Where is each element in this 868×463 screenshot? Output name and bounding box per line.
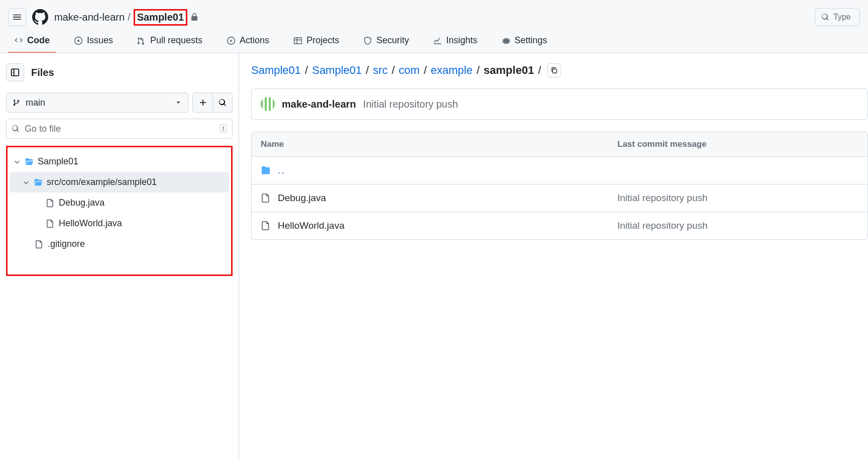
table-icon — [293, 36, 302, 45]
sidebar-title: Files — [31, 67, 54, 78]
search-files-button[interactable] — [212, 92, 233, 113]
repo-owner-link[interactable]: make-and-learn — [54, 12, 125, 23]
content: Sample01/ Sample01/ src/ com/ example/ s… — [239, 53, 868, 458]
breadcrumb-link[interactable]: src — [373, 64, 387, 77]
code-icon — [14, 36, 23, 45]
branch-icon — [13, 99, 21, 107]
global-search[interactable]: Type — [815, 8, 860, 26]
branch-name: main — [26, 98, 45, 108]
tab-security-label: Security — [376, 35, 409, 46]
file-row[interactable]: Debug.java Initial repository push — [252, 184, 867, 212]
file-filter-hotkey: t — [220, 124, 227, 133]
shield-icon — [363, 36, 372, 45]
breadcrumb-current: sample01 — [484, 64, 534, 77]
tab-projects-label: Projects — [306, 35, 339, 46]
repo-nav: Code Issues Pull requests Actions Projec… — [0, 30, 868, 53]
tab-insights-label: Insights — [446, 35, 477, 46]
folder-icon — [261, 165, 271, 175]
menu-button[interactable] — [8, 8, 26, 26]
plus-icon — [199, 99, 207, 107]
parent-dir-link[interactable]: .. — [278, 165, 285, 176]
tab-actions[interactable]: Actions — [221, 30, 275, 53]
tree-item-label: HelloWorld.java — [59, 218, 122, 229]
tab-settings-label: Settings — [514, 35, 547, 46]
column-name: Name — [261, 139, 617, 149]
commit-message[interactable]: Initial repository push — [363, 99, 458, 110]
breadcrumb-link[interactable]: com — [399, 64, 420, 77]
file-icon — [46, 199, 55, 208]
tab-pulls-label: Pull requests — [150, 35, 202, 46]
tab-insights[interactable]: Insights — [427, 30, 483, 53]
breadcrumb-link[interactable]: Sample01 — [251, 64, 301, 77]
breadcrumb-link[interactable]: example — [431, 64, 473, 77]
commit-author[interactable]: make-and-learn — [282, 99, 356, 110]
file-filter-input[interactable]: Go to file t — [6, 119, 233, 139]
bars-icon — [13, 13, 22, 22]
column-last-commit: Last commit message — [617, 139, 858, 149]
file-filter-placeholder: Go to file — [25, 124, 61, 134]
file-icon — [46, 219, 55, 228]
tree-file-gitignore[interactable]: .gitignore — [10, 234, 229, 254]
copy-icon — [551, 67, 558, 74]
search-icon — [12, 125, 20, 133]
file-row[interactable]: HelloWorld.java Initial repository push — [252, 212, 867, 239]
repo-path: make-and-learn / Sample01 — [54, 9, 198, 26]
avatar — [261, 97, 275, 111]
tab-security[interactable]: Security — [357, 30, 415, 53]
sidebar: Files main Go to file t — [0, 53, 239, 458]
file-commit-msg[interactable]: Initial repository push — [617, 220, 858, 231]
tree-item-label: .gitignore — [48, 239, 85, 249]
github-logo-icon[interactable] — [32, 9, 48, 25]
pull-request-icon — [137, 36, 146, 45]
chevron-down-icon — [23, 179, 30, 186]
add-file-button[interactable] — [192, 92, 212, 113]
tab-code[interactable]: Code — [8, 30, 56, 53]
play-icon — [227, 36, 236, 45]
tree-file[interactable]: Debug.java — [10, 193, 229, 213]
sidepanel-icon — [11, 68, 20, 77]
file-icon — [35, 240, 44, 249]
tab-actions-label: Actions — [240, 35, 269, 46]
search-icon — [219, 99, 227, 107]
file-name[interactable]: HelloWorld.java — [278, 220, 345, 231]
file-row-up[interactable]: .. — [252, 157, 867, 184]
tree-file[interactable]: HelloWorld.java — [10, 213, 229, 234]
breadcrumb: Sample01/ Sample01/ src/ com/ example/ s… — [251, 63, 868, 77]
tree-item-label: Sample01 — [38, 156, 78, 167]
folder-open-icon — [25, 157, 34, 166]
latest-commit[interactable]: make-and-learn Initial repository push — [251, 88, 868, 120]
file-name[interactable]: Debug.java — [278, 193, 326, 204]
folder-open-icon — [34, 178, 43, 187]
chevron-down-icon — [14, 158, 21, 165]
topbar: make-and-learn / Sample01 Type — [0, 0, 868, 30]
tree-item-label: Debug.java — [59, 198, 104, 208]
tree-folder-src[interactable]: src/com/example/sample01 — [10, 172, 229, 193]
gear-icon — [501, 36, 510, 45]
tab-code-label: Code — [27, 35, 50, 46]
caret-down-icon — [175, 99, 182, 106]
branch-select[interactable]: main — [6, 92, 188, 113]
file-icon — [261, 221, 271, 231]
tab-issues[interactable]: Issues — [68, 30, 119, 53]
file-tree: Sample01 src/com/example/sample01 Debug.… — [6, 146, 233, 276]
breadcrumb-link[interactable]: Sample01 — [312, 64, 362, 77]
tab-settings[interactable]: Settings — [495, 30, 553, 53]
tab-issues-label: Issues — [87, 35, 113, 46]
search-placeholder: Type — [833, 13, 851, 22]
file-icon — [261, 193, 271, 203]
tree-folder-root[interactable]: Sample01 — [10, 151, 229, 172]
tree-item-label: src/com/example/sample01 — [47, 177, 157, 188]
copy-path-button[interactable] — [547, 63, 561, 77]
tab-pull-requests[interactable]: Pull requests — [131, 30, 208, 53]
repo-name-link[interactable]: Sample01 — [134, 9, 187, 26]
path-separator: / — [128, 12, 131, 23]
file-listing: Name Last commit message .. Debug.java I… — [251, 132, 868, 240]
issue-icon — [74, 36, 83, 45]
search-icon — [821, 13, 829, 21]
file-commit-msg[interactable]: Initial repository push — [617, 193, 858, 204]
lock-icon — [190, 13, 198, 21]
sidebar-toggle-button[interactable] — [6, 63, 24, 81]
tab-projects[interactable]: Projects — [287, 30, 345, 53]
graph-icon — [433, 36, 442, 45]
